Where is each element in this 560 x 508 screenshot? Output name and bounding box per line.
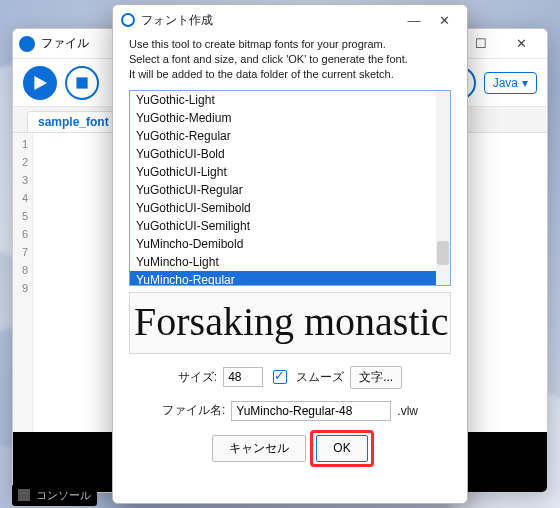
line-number: 8 bbox=[13, 261, 28, 279]
console-label: コンソール bbox=[36, 488, 91, 503]
line-number: 2 bbox=[13, 153, 28, 171]
line-number: 6 bbox=[13, 225, 28, 243]
create-font-dialog: フォント作成 — ✕ Use this tool to create bitma… bbox=[112, 4, 468, 504]
mode-selector[interactable]: Java ▾ bbox=[484, 72, 537, 94]
font-list-item[interactable]: YuGothic-Light bbox=[130, 91, 450, 109]
font-list-item[interactable]: YuGothicUI-Regular bbox=[130, 181, 450, 199]
line-number: 4 bbox=[13, 189, 28, 207]
filename-label: ファイル名: bbox=[162, 402, 225, 419]
mode-label: Java bbox=[493, 76, 518, 90]
font-list-item[interactable]: YuGothic-Medium bbox=[130, 109, 450, 127]
stop-button[interactable] bbox=[65, 66, 99, 100]
instruction-line: It will be added to the data folder of t… bbox=[129, 67, 451, 82]
dialog-minimize-button[interactable]: — bbox=[399, 6, 429, 34]
size-label: サイズ: bbox=[178, 369, 217, 386]
line-number: 9 bbox=[13, 279, 28, 297]
svg-rect-1 bbox=[76, 77, 87, 88]
run-button[interactable] bbox=[23, 66, 57, 100]
font-list-item[interactable]: YuGothicUI-Semilight bbox=[130, 217, 450, 235]
scrollbar[interactable] bbox=[436, 91, 450, 285]
dialog-titlebar: フォント作成 — ✕ bbox=[113, 5, 467, 35]
menu-file[interactable]: ファイル bbox=[41, 35, 89, 52]
ide-close-button[interactable]: ✕ bbox=[501, 30, 541, 58]
font-list-item[interactable]: YuMincho-Light bbox=[130, 253, 450, 271]
size-input[interactable] bbox=[223, 367, 263, 387]
scrollbar-thumb[interactable] bbox=[437, 241, 449, 265]
filename-input[interactable] bbox=[231, 401, 391, 421]
console-tab[interactable]: コンソール bbox=[12, 484, 97, 506]
cancel-button[interactable]: キャンセル bbox=[212, 435, 306, 462]
line-number: 1 bbox=[13, 135, 28, 153]
instruction-line: Use this tool to create bitmap fonts for… bbox=[129, 37, 451, 52]
svg-marker-0 bbox=[34, 76, 47, 90]
smooth-checkbox[interactable] bbox=[273, 370, 287, 384]
console-icon bbox=[18, 489, 30, 501]
font-list-item[interactable]: YuGothicUI-Bold bbox=[130, 145, 450, 163]
font-list-item[interactable]: YuGothicUI-Light bbox=[130, 163, 450, 181]
play-icon bbox=[33, 76, 47, 90]
font-list[interactable]: YuGothic-LightYuGothic-MediumYuGothic-Re… bbox=[129, 90, 451, 286]
font-list-item[interactable]: YuMincho-Regular bbox=[130, 271, 450, 286]
tab-label: sample_font bbox=[38, 115, 109, 129]
app-icon bbox=[19, 36, 35, 52]
stop-icon bbox=[75, 76, 89, 90]
line-gutter: 123456789 bbox=[13, 133, 33, 432]
dialog-close-button[interactable]: ✕ bbox=[429, 6, 459, 34]
characters-button[interactable]: 文字... bbox=[350, 366, 402, 389]
dialog-title: フォント作成 bbox=[141, 12, 213, 29]
font-preview: Forsaking monastic bbox=[129, 292, 451, 354]
dialog-instructions: Use this tool to create bitmap fonts for… bbox=[129, 37, 451, 82]
smooth-label: スムーズ bbox=[296, 369, 344, 386]
line-number: 7 bbox=[13, 243, 28, 261]
dialog-button-row: キャンセル OK bbox=[129, 435, 451, 462]
font-list-item[interactable]: YuGothicUI-Semibold bbox=[130, 199, 450, 217]
ok-button[interactable]: OK bbox=[316, 435, 367, 462]
filename-ext: .vlw bbox=[397, 404, 418, 418]
font-list-item[interactable]: YuMincho-Demibold bbox=[130, 235, 450, 253]
dialog-app-icon bbox=[121, 13, 135, 27]
font-list-item[interactable]: YuGothic-Regular bbox=[130, 127, 450, 145]
line-number: 5 bbox=[13, 207, 28, 225]
preview-text: Forsaking monastic bbox=[134, 299, 448, 344]
instruction-line: Select a font and size, and click 'OK' t… bbox=[129, 52, 451, 67]
chevron-down-icon: ▾ bbox=[522, 76, 528, 90]
line-number: 3 bbox=[13, 171, 28, 189]
